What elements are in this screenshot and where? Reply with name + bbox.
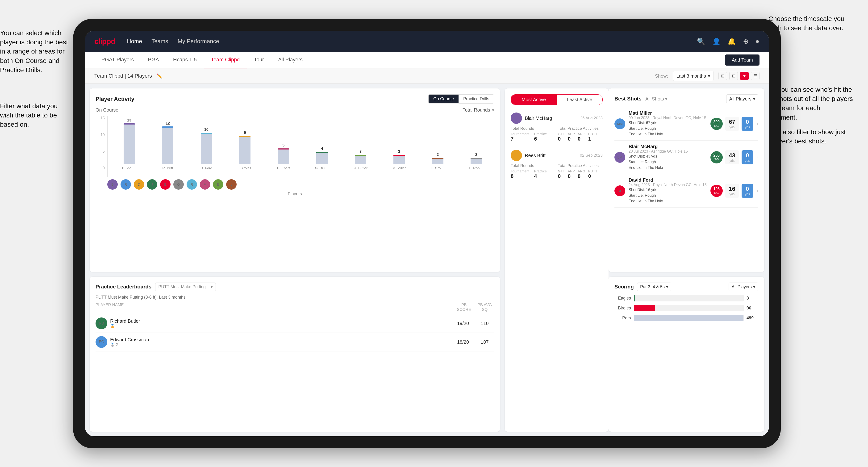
shot-stat-unit-zero-1: yds — [745, 125, 750, 129]
tab-hcaps[interactable]: Hcaps 1-5 — [166, 52, 204, 68]
col-pb-avg: PB AVG SQ — [475, 303, 494, 312]
shot-player-date-1: 09 Jun 2023 · Royal North Devon GC, Hole… — [628, 116, 707, 120]
logo: clippd — [94, 37, 115, 46]
putt-val-1: 1 — [588, 136, 597, 142]
least-active-tab[interactable]: Least Active — [557, 95, 602, 105]
bar-6[interactable] — [355, 155, 366, 164]
shot-arrow-1[interactable]: › — [757, 121, 758, 127]
practice-rank-2: 🥈 2 — [110, 342, 118, 347]
person-icon[interactable]: 👤 — [712, 37, 720, 45]
scoring-bar-track-2 — [634, 315, 744, 321]
putt-val-2: 0 — [588, 173, 597, 179]
view-grid3-btn[interactable]: ⊟ — [729, 72, 738, 80]
add-team-button[interactable]: Add Team — [725, 55, 760, 66]
shot-player-name-3: David Ford — [628, 177, 707, 183]
tab-all-players[interactable]: All Players — [271, 52, 310, 68]
arg-val-1: 0 — [578, 136, 585, 142]
bar-7[interactable] — [394, 155, 405, 164]
chart-dropdown-chevron[interactable]: ▾ — [492, 107, 494, 113]
shot-row-2: BM Blair McHarg 23 Jul 2023 · Ashridge G… — [614, 141, 758, 174]
arg-label-1: ARG — [578, 132, 585, 136]
y-label-10: 10 — [100, 133, 105, 137]
practice-description: PUTT Must Make Putting (3-6 ft), Last 3 … — [96, 295, 494, 300]
bar-9[interactable] — [470, 158, 482, 164]
shot-avatar-1: MM — [614, 118, 625, 129]
bar-3[interactable] — [239, 136, 250, 164]
tab-pgat-players[interactable]: PGAT Players — [94, 52, 141, 68]
bar-group-7: 3 M. Miller — [381, 150, 417, 170]
shot-stat-unit-zero-3: yds — [745, 192, 750, 196]
bar-label-3: J. Coles — [238, 166, 252, 170]
gold-medal-icon: 🏅 — [110, 324, 115, 328]
scoring-bar-label-2: Pars — [614, 316, 631, 320]
bar-val-1: 12 — [165, 121, 170, 125]
practice-player-info-1: Richard Butler 🏅 1 — [110, 318, 451, 328]
bar-val-5: 4 — [321, 147, 323, 151]
tablet-screen: clippd Home Teams My Performance 🔍 👤 🔔 ⊕… — [85, 31, 769, 436]
view-list-btn[interactable]: ☰ — [751, 72, 760, 80]
view-heart-btn[interactable]: ♥ — [740, 72, 749, 80]
scoring-filter-select[interactable]: Par 3, 4 & 5s ▾ — [637, 283, 671, 291]
bar-5[interactable] — [316, 152, 328, 164]
scoring-player-filter[interactable]: All Players ▾ — [728, 283, 758, 291]
left-column: Player Activity On Course Practice Drill… — [85, 84, 505, 436]
tab-pga[interactable]: PGA — [141, 52, 166, 68]
shot-row-1: MM Matt Miller 09 Jun 2023 · Royal North… — [614, 107, 758, 141]
app-val-2: 0 — [568, 173, 575, 179]
bar-4[interactable] — [278, 148, 289, 164]
total-rounds-group-1: Total Rounds Tournament 7 Practice 6 — [511, 126, 555, 142]
bar-0[interactable] — [124, 123, 135, 164]
practice-dropdown-chevron: ▾ — [211, 284, 213, 289]
practice-player-name-2: Edward Crossman — [110, 337, 451, 342]
practice-drill-select[interactable]: PUTT Must Make Putting... ▾ — [155, 283, 216, 291]
all-shots-tab[interactable]: All Shots ▾ — [645, 96, 667, 102]
timescale-value: Last 3 months — [676, 73, 706, 79]
search-icon[interactable]: 🔍 — [697, 37, 705, 45]
bell-icon[interactable]: 🔔 — [728, 37, 736, 45]
tab-team-clippd[interactable]: Team Clippd — [204, 52, 247, 68]
nav-link-performance[interactable]: My Performance — [178, 38, 219, 44]
practice-avatar-1: RB — [96, 317, 107, 329]
tab-tour[interactable]: Tour — [247, 52, 271, 68]
arg-label-2: ARG — [578, 169, 585, 173]
shot-avatar-2: BM — [614, 152, 625, 163]
nav-link-teams[interactable]: Teams — [151, 38, 168, 44]
scoring-bar-label-1: Birdies — [614, 306, 631, 311]
on-course-toggle[interactable]: On Course — [429, 95, 459, 103]
scoring-header: Scoring Par 3, 4 & 5s ▾ All Players ▾ — [614, 283, 758, 291]
user-avatar-icon[interactable]: ● — [755, 37, 760, 45]
bar-val-9: 2 — [475, 153, 477, 157]
course-toggle-group: On Course Practice Drills — [428, 94, 494, 103]
bar-1[interactable] — [162, 126, 173, 164]
practice-drill-value: PUTT Must Make Putting... — [158, 284, 209, 289]
nav-link-home[interactable]: Home — [127, 38, 142, 44]
nav-bar: clippd Home Teams My Performance 🔍 👤 🔔 ⊕… — [85, 31, 769, 52]
bar-group-4: 5 E. Ebert — [266, 143, 302, 170]
practice-leaderboards-card: Practice Leaderboards PUTT Must Make Put… — [90, 277, 500, 432]
shot-stat-val-1: 67 — [729, 119, 735, 125]
shot-stat-unit-3: yds — [730, 192, 735, 196]
rounds-sub-labels-1: Tournament 7 Practice 6 — [511, 132, 555, 142]
player-activity-header: Player Activity On Course Practice Drill… — [96, 94, 494, 103]
practice-val-2: 4 — [534, 173, 547, 179]
add-circle-icon[interactable]: ⊕ — [743, 37, 748, 45]
bar-8[interactable] — [432, 158, 443, 164]
on-course-label: On Course — [96, 107, 118, 113]
tournament-label-1: Tournament — [511, 132, 529, 136]
shot-badge-1: 200 SG — [710, 118, 723, 130]
most-active-tab[interactable]: Most Active — [511, 95, 557, 105]
silver-medal-icon: 🥈 — [110, 342, 115, 347]
edit-icon[interactable]: ✏️ — [157, 73, 162, 79]
practice-drills-toggle[interactable]: Practice Drills — [459, 95, 494, 103]
bar-label-6: R. Butler — [353, 166, 368, 170]
bar-group-6: 3 R. Butler — [343, 150, 379, 170]
player-avatar-2: D — [134, 179, 144, 190]
all-players-filter[interactable]: All Players ▾ — [726, 94, 758, 103]
view-grid4-btn[interactable]: ⊞ — [718, 72, 727, 80]
timescale-select[interactable]: Last 3 months ▾ — [673, 71, 714, 81]
shot-details-3: 198 SG 16 yds 0 yds — [710, 184, 753, 198]
bar-2[interactable] — [201, 133, 212, 164]
team-header-right: Show: Last 3 months ▾ ⊞ ⊟ ♥ ☰ — [655, 71, 760, 81]
shot-arrow-2[interactable]: › — [757, 154, 758, 160]
shot-arrow-3[interactable]: › — [757, 188, 758, 194]
